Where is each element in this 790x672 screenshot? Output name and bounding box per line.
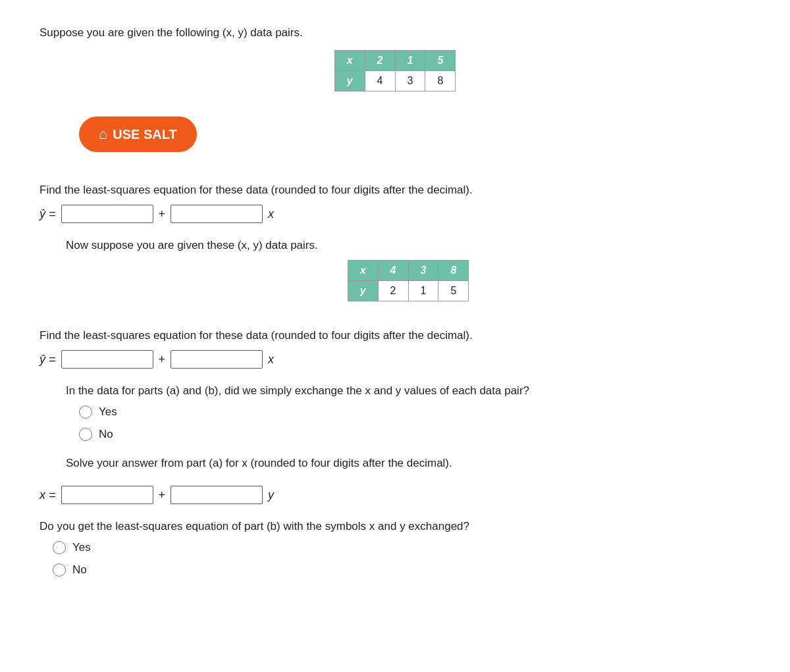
y-hat-label-b: ŷ = <box>40 353 56 367</box>
exchange-yes-radio[interactable] <box>79 405 92 419</box>
table2-cell-5: 5 <box>438 281 469 301</box>
final-question: Do you get the least-squares equation of… <box>40 520 750 533</box>
part-a-input-1[interactable] <box>61 205 153 223</box>
table2-header-3: 3 <box>408 261 438 281</box>
table1-cell-4: 4 <box>365 71 395 91</box>
part-a-question: Find the least-squares equation for thes… <box>40 184 750 197</box>
use-salt-label: USE SALT <box>113 127 176 142</box>
table1-header-5: 5 <box>425 51 456 71</box>
final-no-label: No <box>72 563 87 577</box>
table1-header-1: 1 <box>395 51 425 71</box>
y-label-c: y <box>268 488 274 502</box>
table2-header-4: 4 <box>378 261 408 281</box>
final-no-radio[interactable] <box>53 563 66 577</box>
exchange-yes-label: Yes <box>99 405 117 419</box>
plus-sign-a: + <box>159 207 166 221</box>
data-table-1: x 2 1 5 y 4 3 8 <box>334 50 456 91</box>
final-yes-radio[interactable] <box>53 541 66 554</box>
table2-cell-1: 1 <box>408 281 438 301</box>
table1-header-2: 2 <box>365 51 395 71</box>
table1-cell-8: 8 <box>425 71 456 91</box>
table2-header-8: 8 <box>438 261 469 281</box>
exchange-no-label: No <box>99 428 113 441</box>
data-table-2: x 4 3 8 y 2 1 5 <box>348 260 469 301</box>
plus-sign-c: + <box>159 488 166 502</box>
exchange-no-radio[interactable] <box>79 428 92 441</box>
table2-header-x: x <box>348 261 378 281</box>
table1-cell-3: 3 <box>395 71 425 91</box>
table1-row-y: y <box>334 71 365 91</box>
part-c-question: Solve your answer from part (a) for x (r… <box>66 457 750 470</box>
y-hat-label-a: ŷ = <box>40 207 56 221</box>
part-c-input-2[interactable] <box>171 486 263 504</box>
table2-cell-2: 2 <box>378 281 408 301</box>
final-yes-label: Yes <box>72 541 91 554</box>
table1-header-x: x <box>334 51 365 71</box>
x-label-c: x = <box>40 488 56 502</box>
intro-text: Suppose you are given the following (x, … <box>40 26 750 39</box>
salt-icon: ⌂ <box>99 126 107 143</box>
part-a-input-2[interactable] <box>171 205 263 223</box>
table2-row-y: y <box>348 281 378 301</box>
part-b-input-1[interactable] <box>61 350 153 369</box>
plus-sign-b: + <box>159 353 166 367</box>
use-salt-button[interactable]: ⌂ USE SALT <box>79 116 197 152</box>
exchange-question: In the data for parts (a) and (b), did w… <box>66 384 750 398</box>
x-label-a: x <box>268 207 274 221</box>
part-c-input-1[interactable] <box>61 486 153 504</box>
part-b-question: Find the least-squares equation for thes… <box>40 329 750 342</box>
part-b-input-2[interactable] <box>171 350 263 369</box>
x-label-b: x <box>268 353 274 367</box>
part-b-intro: Now suppose you are given these (x, y) d… <box>66 239 750 252</box>
